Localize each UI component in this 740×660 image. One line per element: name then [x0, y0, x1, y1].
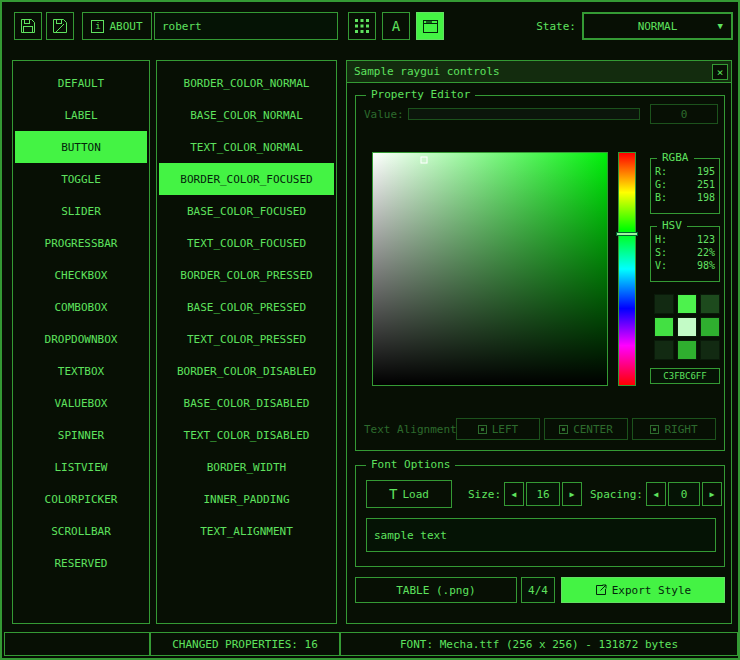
properties-list-item[interactable]: BORDER_WIDTH: [157, 451, 336, 483]
properties-list-item[interactable]: INNER_PADDING: [157, 483, 336, 515]
sample-text-input[interactable]: sample text: [366, 518, 716, 552]
hue-slider[interactable]: [618, 152, 636, 386]
spacing-decrement-button[interactable]: ◀: [646, 482, 666, 506]
controls-list-item[interactable]: LISTVIEW: [13, 451, 149, 483]
palette-cell[interactable]: [654, 294, 674, 314]
align-center-button[interactable]: CENTER: [544, 418, 628, 440]
controls-list-item[interactable]: DROPDOWNBOX: [13, 323, 149, 355]
color-picker-marker[interactable]: [421, 156, 428, 163]
color-picker-panel[interactable]: [372, 152, 608, 386]
properties-list-item[interactable]: BORDER_COLOR_PRESSED: [157, 259, 336, 291]
properties-list-item[interactable]: TEXT_COLOR_FOCUSED: [157, 227, 336, 259]
properties-list-item[interactable]: BORDER_COLOR_FOCUSED: [159, 163, 334, 195]
state-label: State:: [482, 12, 576, 40]
controls-list-item[interactable]: BUTTON: [15, 131, 147, 163]
rgba-b-row: B: 198: [651, 191, 719, 204]
state-dropdown[interactable]: NORMAL ▼: [582, 12, 733, 40]
spacing-increment-button[interactable]: ▶: [702, 482, 722, 506]
controls-list-item[interactable]: COMBOBOX: [13, 291, 149, 323]
controls-list-item[interactable]: SPINNER: [13, 419, 149, 451]
value-button[interactable]: 0: [650, 104, 718, 124]
align-center-icon: [559, 425, 568, 434]
export-format-label: TABLE (.png): [396, 584, 475, 597]
properties-list-item[interactable]: BASE_COLOR_FOCUSED: [157, 195, 336, 227]
hsv-title: HSV: [657, 219, 687, 233]
value-slider[interactable]: [408, 108, 640, 120]
properties-list-item[interactable]: BASE_COLOR_DISABLED: [157, 387, 336, 419]
align-right-button[interactable]: RIGHT: [632, 418, 716, 440]
align-left-label: LEFT: [492, 423, 519, 436]
property-editor-group: Property Editor Value: 0 RGBA R: 195: [355, 95, 725, 451]
controls-list-item[interactable]: PROGRESSBAR: [13, 227, 149, 259]
hue-slider-handle[interactable]: [616, 232, 638, 236]
right-arrow-icon: ▶: [710, 490, 715, 499]
grid-mode-button[interactable]: [348, 12, 376, 40]
controls-list-item[interactable]: SCROLLBAR: [13, 515, 149, 547]
about-button[interactable]: i ABOUT: [82, 12, 152, 40]
pages-value: 4/4: [528, 584, 548, 597]
color-palette-grid: [654, 294, 720, 360]
properties-list-item[interactable]: BASE_COLOR_NORMAL: [157, 99, 336, 131]
save-style-as-button[interactable]: [46, 12, 74, 40]
controls-list-item[interactable]: RESERVED: [13, 547, 149, 579]
controls-list-item[interactable]: DEFAULT: [13, 67, 149, 99]
properties-list-item[interactable]: TEXT_COLOR_NORMAL: [157, 131, 336, 163]
controls-list-item[interactable]: CHECKBOX: [13, 259, 149, 291]
controls-panel-button[interactable]: [416, 12, 444, 40]
palette-cell[interactable]: [654, 340, 674, 360]
export-style-label: Export Style: [612, 584, 691, 597]
controls-list-item[interactable]: LABEL: [13, 99, 149, 131]
spacing-label: Spacing:: [590, 480, 643, 508]
controls-list-item[interactable]: SLIDER: [13, 195, 149, 227]
font-load-label: Load: [402, 488, 429, 501]
size-increment-button[interactable]: ▶: [562, 482, 582, 506]
export-style-button[interactable]: Export Style: [561, 577, 725, 603]
properties-list-item[interactable]: BASE_COLOR_PRESSED: [157, 291, 336, 323]
pages-value-box[interactable]: 4/4: [521, 577, 555, 603]
statusbar-changed-properties: CHANGED PROPERTIES: 16: [150, 632, 340, 656]
hsv-v-row: V: 98%: [651, 259, 719, 272]
properties-list-item[interactable]: TEXT_ALIGNMENT: [157, 515, 336, 547]
spacing-value-box[interactable]: 0: [668, 482, 700, 506]
g-value: 251: [697, 179, 715, 190]
info-icon: i: [91, 20, 104, 33]
size-value-box[interactable]: 16: [526, 482, 560, 506]
spacing-value: 0: [681, 488, 688, 501]
font-load-button[interactable]: T Load: [366, 480, 452, 508]
controls-list-item[interactable]: TOGGLE: [13, 163, 149, 195]
palette-cell[interactable]: [700, 294, 720, 314]
letter-a-icon: A: [392, 18, 400, 34]
font-options-title: Font Options: [366, 458, 455, 472]
close-button[interactable]: ×: [712, 64, 728, 80]
palette-cell[interactable]: [677, 294, 697, 314]
palette-cell[interactable]: [700, 340, 720, 360]
g-label: G:: [655, 179, 667, 190]
palette-cell[interactable]: [677, 340, 697, 360]
hex-color-input[interactable]: C3FBC6FF: [650, 368, 720, 384]
properties-list-item[interactable]: BORDER_COLOR_DISABLED: [157, 355, 336, 387]
about-button-label: ABOUT: [109, 20, 142, 33]
export-format-button[interactable]: TABLE (.png): [355, 577, 517, 603]
style-name-value: robert: [162, 20, 202, 33]
panel-icon: [423, 20, 438, 33]
properties-list-item[interactable]: TEXT_COLOR_PRESSED: [157, 323, 336, 355]
save-style-button[interactable]: [14, 12, 42, 40]
align-left-button[interactable]: LEFT: [456, 418, 540, 440]
palette-cell[interactable]: [677, 317, 697, 337]
controls-list-item[interactable]: VALUEBOX: [13, 387, 149, 419]
properties-list-item[interactable]: TEXT_COLOR_DISABLED: [157, 419, 336, 451]
rgba-r-row: R: 195: [651, 165, 719, 178]
properties-list-item[interactable]: BORDER_COLOR_NORMAL: [157, 67, 336, 99]
style-name-input[interactable]: robert: [154, 12, 338, 40]
controls-list-item[interactable]: COLORPICKER: [13, 483, 149, 515]
sample-window-titlebar[interactable]: Sample raygui controls: [347, 61, 731, 83]
rgba-group: RGBA R: 195 G: 251 B: 198: [650, 158, 720, 214]
palette-cell[interactable]: [654, 317, 674, 337]
size-decrement-button[interactable]: ◀: [504, 482, 524, 506]
palette-cell[interactable]: [700, 317, 720, 337]
font-mode-button[interactable]: A: [382, 12, 410, 40]
v-label: V:: [655, 260, 667, 271]
changed-properties-text: CHANGED PROPERTIES: 16: [172, 638, 318, 651]
controls-list-item[interactable]: TEXTBOX: [13, 355, 149, 387]
hsv-h-row: H: 123: [651, 233, 719, 246]
